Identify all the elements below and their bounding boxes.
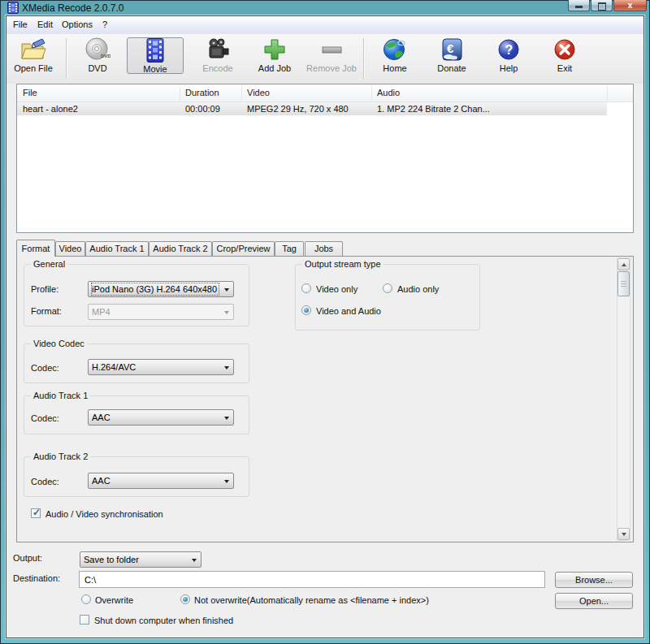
chevron-down-icon [192, 559, 197, 562]
tab-jobs[interactable]: Jobs [305, 241, 343, 256]
destination-input[interactable] [79, 571, 545, 588]
tab-video[interactable]: Video [55, 241, 85, 256]
menu-edit[interactable]: Edit [37, 19, 53, 29]
file-row-video: MPEG2 29 Hz, 720 x 480 [247, 104, 349, 114]
close-button[interactable]: x [613, 0, 647, 11]
video-codec-combobox[interactable]: H.264/AVC [88, 359, 234, 375]
toolbar-separator [363, 38, 364, 79]
column-header-file[interactable]: File [23, 88, 37, 97]
video-codec-label: Codec: [31, 363, 59, 373]
format-value: MP4 [92, 306, 219, 318]
not-overwrite-label: Not overwrite(Automatically rename as <f… [194, 595, 429, 605]
tab-audio-track-1[interactable]: Audio Track 1 [85, 241, 149, 256]
help-icon: ? [496, 37, 521, 62]
open-file-icon [20, 37, 47, 62]
tab-audio-track-2[interactable]: Audio Track 2 [149, 241, 212, 256]
chevron-down-icon [224, 480, 229, 483]
add-job-button[interactable]: Add Job [246, 37, 303, 75]
tab-format[interactable]: Format [16, 240, 55, 257]
audio-codec-1-combobox[interactable]: AAC [88, 409, 234, 426]
video-and-audio-radio[interactable] [301, 305, 311, 315]
output-combobox[interactable]: Save to folder [80, 551, 202, 568]
column-separator [180, 86, 180, 101]
audio-only-radio[interactable] [383, 283, 392, 293]
overwrite-label: Overwrite [95, 595, 133, 605]
audio-codec-2-value: AAC [92, 475, 219, 486]
svg-text:?: ? [505, 43, 514, 57]
tab-tag[interactable]: Tag [275, 241, 304, 256]
home-icon [382, 37, 408, 62]
vertical-scrollbar[interactable] [617, 257, 630, 541]
help-label: Help [480, 63, 537, 73]
audio-codec-2-label: Codec: [31, 477, 59, 486]
donate-button[interactable]: € Donate [423, 37, 480, 75]
shutdown-checkbox[interactable] [80, 615, 89, 625]
file-row-duration: 00:00:09 [185, 104, 220, 114]
donate-label: Donate [423, 63, 480, 73]
profile-combobox[interactable]: iPod Nano (3G) H.264 640x480 [88, 281, 234, 297]
maximize-button[interactable] [591, 0, 613, 11]
not-overwrite-radio[interactable] [180, 594, 190, 604]
audio-video-sync-checkbox[interactable] [31, 508, 41, 518]
remove-job-icon [319, 37, 344, 62]
toolbar-separator [66, 38, 67, 79]
open-button[interactable]: Open... [555, 593, 633, 609]
audio-codec-1-label: Codec: [31, 413, 59, 423]
encode-icon [206, 37, 230, 62]
chevron-down-icon [224, 417, 229, 420]
column-header-audio[interactable]: Audio [377, 88, 400, 97]
format-combobox[interactable]: MP4 [88, 304, 234, 320]
audio-codec-2-combobox[interactable]: AAC [88, 473, 234, 489]
overwrite-radio[interactable] [81, 594, 91, 604]
file-row[interactable]: heart - alone2 00:00:09 MPEG2 29 Hz, 720… [17, 102, 607, 115]
encode-button[interactable]: Encode [189, 37, 246, 75]
audio-codec-1-value: AAC [92, 412, 219, 423]
encode-label: Encode [189, 63, 246, 73]
output-stream-type-title: Output stream type [302, 259, 384, 270]
profile-value: iPod Nano (3G) H.264 640x480 [92, 283, 219, 295]
profile-label: Profile: [31, 284, 58, 294]
scroll-up-button[interactable] [618, 258, 630, 270]
donate-icon: € [440, 37, 464, 62]
add-job-label: Add Job [246, 63, 303, 73]
chevron-down-icon [224, 366, 229, 370]
video-codec-value: H.264/AVC [92, 361, 219, 373]
svg-text:€: € [447, 41, 454, 55]
exit-icon [552, 37, 577, 62]
home-button[interactable]: Home [366, 37, 423, 75]
home-label: Home [366, 63, 423, 73]
open-file-label: Open File [5, 63, 62, 73]
dvd-button[interactable]: DVD DVD [69, 37, 126, 75]
format-label: Format: [31, 306, 62, 316]
exit-button[interactable]: Exit [536, 37, 593, 75]
column-separator [241, 86, 242, 101]
audio-track-1-group-title: Audio Track 1 [31, 391, 90, 401]
remove-job-button[interactable]: Remove Job [303, 37, 360, 75]
audio-track-2-group-title: Audio Track 2 [31, 452, 90, 462]
column-header-video[interactable]: Video [247, 88, 270, 97]
dvd-icon: DVD [84, 37, 110, 62]
scrollbar-thumb[interactable] [618, 271, 630, 296]
movie-button[interactable]: Movie [127, 37, 184, 74]
scroll-up-icon [622, 263, 626, 266]
minimize-button[interactable] [568, 0, 590, 11]
video-only-radio[interactable] [301, 283, 311, 293]
column-header-duration[interactable]: Duration [185, 88, 219, 97]
maximize-icon [598, 2, 606, 11]
help-button[interactable]: ? Help [480, 37, 537, 75]
scroll-down-button[interactable] [618, 528, 630, 540]
browse-button[interactable]: Browse... [555, 572, 633, 588]
output-stream-type-group: Output stream type [295, 264, 480, 331]
menu-options[interactable]: Options [62, 19, 93, 29]
menu-file[interactable]: File [13, 19, 28, 29]
shutdown-label: Shut down computer when finished [94, 616, 233, 625]
file-list-header [17, 84, 633, 102]
menu-help[interactable]: ? [102, 19, 107, 29]
tab-crop-preview[interactable]: Crop/Preview [212, 241, 275, 256]
dvd-label: DVD [69, 63, 126, 73]
column-separator [607, 86, 608, 101]
close-icon: x [614, 1, 646, 10]
svg-text:DVD: DVD [101, 54, 110, 58]
window-title: XMedia Recode 2.0.7.0 [22, 2, 124, 14]
open-file-button[interactable]: Open File [5, 37, 62, 75]
